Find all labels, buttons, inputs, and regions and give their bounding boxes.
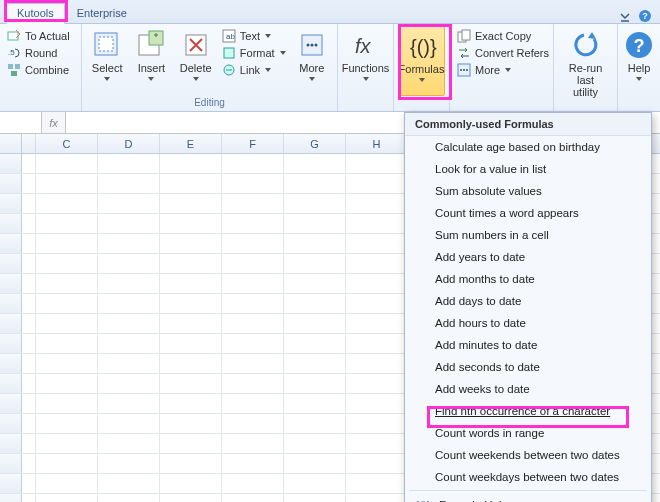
cell[interactable] [284, 254, 346, 273]
row-header[interactable] [0, 334, 22, 353]
row-header[interactable] [0, 314, 22, 333]
column-header[interactable]: C [36, 134, 98, 153]
cell[interactable] [222, 314, 284, 333]
cell[interactable] [346, 354, 408, 373]
cell[interactable] [36, 174, 98, 193]
help-icon[interactable]: ? [638, 9, 652, 23]
cell[interactable] [284, 314, 346, 333]
cell[interactable] [284, 274, 346, 293]
dropdown-item[interactable]: Count words in range [405, 422, 651, 444]
row-header[interactable] [0, 374, 22, 393]
cell[interactable] [160, 394, 222, 413]
cell[interactable] [22, 234, 36, 253]
cell[interactable] [346, 454, 408, 473]
cell[interactable] [22, 454, 36, 473]
cell[interactable] [160, 234, 222, 253]
cell[interactable] [346, 154, 408, 173]
row-header[interactable] [0, 154, 22, 173]
cell[interactable] [222, 494, 284, 502]
select-all-corner[interactable] [0, 134, 22, 153]
cell[interactable] [22, 254, 36, 273]
cell[interactable] [98, 474, 160, 493]
row-header[interactable] [0, 354, 22, 373]
cell[interactable] [36, 474, 98, 493]
cell[interactable] [284, 494, 346, 502]
cell[interactable] [22, 154, 36, 173]
cell[interactable] [22, 374, 36, 393]
cell[interactable] [222, 154, 284, 173]
dropdown-item[interactable]: Sum numbers in a cell [405, 224, 651, 246]
cell[interactable] [98, 194, 160, 213]
cell[interactable] [160, 454, 222, 473]
cell[interactable] [284, 354, 346, 373]
cell[interactable] [22, 394, 36, 413]
cell[interactable] [284, 234, 346, 253]
cell[interactable] [222, 234, 284, 253]
editing-more-button[interactable]: More [291, 26, 333, 96]
cell[interactable] [36, 434, 98, 453]
cell[interactable] [284, 174, 346, 193]
formula-helper-item[interactable]: {()} Formula Helper... [405, 493, 651, 502]
cell[interactable] [98, 354, 160, 373]
cell[interactable] [36, 194, 98, 213]
row-header[interactable] [0, 414, 22, 433]
cell[interactable] [222, 274, 284, 293]
fx-button[interactable]: fx [42, 112, 66, 133]
dropdown-item[interactable]: Add hours to date [405, 312, 651, 334]
cell[interactable] [160, 294, 222, 313]
cell[interactable] [36, 214, 98, 233]
cell[interactable] [98, 274, 160, 293]
cell[interactable] [346, 254, 408, 273]
row-header[interactable] [0, 174, 22, 193]
combine-button[interactable]: Combine [4, 62, 73, 78]
cell[interactable] [222, 294, 284, 313]
cell[interactable] [98, 214, 160, 233]
row-header[interactable] [0, 494, 22, 502]
dropdown-item[interactable]: Add seconds to date [405, 356, 651, 378]
cell[interactable] [36, 374, 98, 393]
cell[interactable] [98, 454, 160, 473]
cell[interactable] [284, 154, 346, 173]
row-header[interactable] [0, 294, 22, 313]
row-header[interactable] [0, 214, 22, 233]
dropdown-item[interactable]: Add days to date [405, 290, 651, 312]
cell[interactable] [36, 234, 98, 253]
cell[interactable] [36, 254, 98, 273]
cell[interactable] [222, 254, 284, 273]
cell[interactable] [346, 414, 408, 433]
right-more-button[interactable]: More [454, 62, 552, 78]
dropdown-item[interactable]: Add years to date [405, 246, 651, 268]
cell[interactable] [98, 414, 160, 433]
cell[interactable] [36, 454, 98, 473]
dropdown-item[interactable]: Calculate age based on birthday [405, 136, 651, 158]
cell[interactable] [346, 394, 408, 413]
cell[interactable] [284, 334, 346, 353]
cell[interactable] [98, 174, 160, 193]
cell[interactable] [346, 334, 408, 353]
cell[interactable] [22, 194, 36, 213]
cell[interactable] [22, 474, 36, 493]
dropdown-item[interactable]: Find nth occurrence of a character [405, 400, 651, 422]
cell[interactable] [284, 414, 346, 433]
cell[interactable] [160, 474, 222, 493]
convert-refers-button[interactable]: Convert Refers [454, 45, 552, 61]
cell[interactable] [98, 374, 160, 393]
cell[interactable] [160, 254, 222, 273]
column-header[interactable]: G [284, 134, 346, 153]
cell[interactable] [36, 154, 98, 173]
cell[interactable] [222, 474, 284, 493]
cell[interactable] [160, 154, 222, 173]
cell[interactable] [36, 414, 98, 433]
dropdown-item[interactable]: Add minutes to date [405, 334, 651, 356]
cell[interactable] [160, 334, 222, 353]
column-header[interactable]: F [222, 134, 284, 153]
link-button[interactable]: Link [219, 62, 289, 78]
exact-copy-button[interactable]: Exact Copy [454, 28, 552, 44]
cell[interactable] [222, 414, 284, 433]
cell[interactable] [346, 214, 408, 233]
cell[interactable] [346, 274, 408, 293]
cell[interactable] [160, 494, 222, 502]
cell[interactable] [22, 494, 36, 502]
cell[interactable] [22, 334, 36, 353]
row-header[interactable] [0, 274, 22, 293]
